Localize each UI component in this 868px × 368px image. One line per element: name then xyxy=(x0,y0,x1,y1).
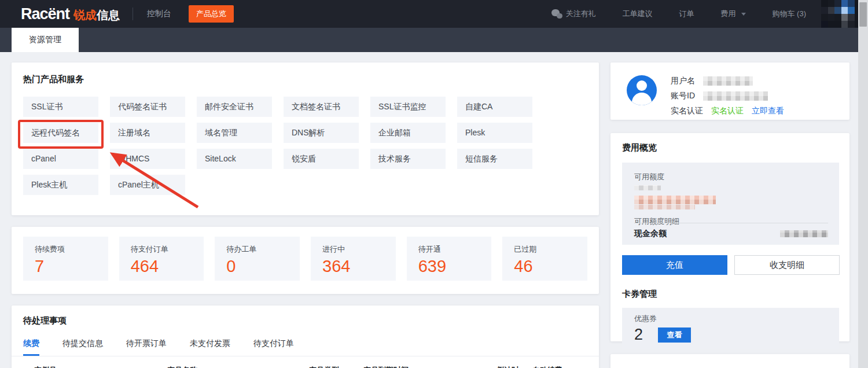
billing-overview-card: 费用概览 可用额度 可用额度明细 现金余额 充值 收支明细 卡券管理 优惠券 2… xyxy=(610,133,849,341)
console-link[interactable]: 控制台 xyxy=(147,9,171,19)
account-id-value-redacted xyxy=(703,91,768,101)
profile-avatar-icon[interactable] xyxy=(627,75,657,105)
topnav-item-cart[interactable]: 购物车 (3) xyxy=(773,9,807,19)
credit-small-redacted xyxy=(634,185,661,190)
stat-card-2[interactable]: 待支付订单464 xyxy=(119,237,204,281)
product-button-19[interactable]: Plesk主机 xyxy=(23,175,98,195)
product-button-2[interactable]: 代码签名证书 xyxy=(110,97,185,117)
stat-card-5[interactable]: 待开通639 xyxy=(407,237,492,281)
todo-tab-5[interactable]: 待支付订单 xyxy=(253,338,294,356)
todo-header-2: 产品名称 xyxy=(167,365,309,368)
todo-header-6: 自动续费 xyxy=(532,365,590,368)
product-button-20[interactable]: cPanel主机 xyxy=(110,175,185,195)
vertical-scrollbar[interactable] xyxy=(858,0,868,368)
wechat-icon xyxy=(551,9,562,19)
stat-label: 待支付订单 xyxy=(131,244,204,255)
page: Racënt 锐成信息 控制台 产品总览 关注有礼工单建议订单费用购物车 (3)… xyxy=(0,0,868,368)
stats-row: 待续费项7待支付订单464待办工单0进行中364待开通639已过期46 xyxy=(23,237,587,281)
todo-header-4: 产品到期时间 xyxy=(363,365,496,368)
product-button-9[interactable]: 域名管理 xyxy=(197,123,272,143)
todo-table-header: 实例号产品名称产品类型产品到期时间倒计时自动续费 xyxy=(12,365,599,368)
stat-card-3[interactable]: 待办工单0 xyxy=(215,237,300,281)
todo-tabs-divider xyxy=(12,356,599,356)
racent-logo[interactable]: Racënt 锐成信息 xyxy=(21,5,120,23)
hot-products-card: 热门产品和服务 SSL证书代码签名证书邮件安全证书文档签名证书SSL证书监控自建… xyxy=(12,62,599,215)
stat-label: 待办工单 xyxy=(226,244,300,255)
billing-panel: 可用额度 可用额度明细 现金余额 xyxy=(622,163,839,245)
topnav-item-follow-gift[interactable]: 关注有礼 xyxy=(551,9,596,19)
product-button-4[interactable]: 文档签名证书 xyxy=(284,97,359,117)
product-button-7[interactable]: 远程代码签名 xyxy=(23,123,98,143)
todo-title: 待处理事项 xyxy=(12,315,599,326)
product-button-6[interactable]: 自建CA xyxy=(457,97,532,117)
credit-amount-redacted xyxy=(634,196,716,204)
coupon-view-button[interactable]: 查看 xyxy=(658,327,691,343)
stat-label: 待开通 xyxy=(418,244,492,255)
stat-card-1[interactable]: 待续费项7 xyxy=(23,237,108,281)
panel-divider xyxy=(634,223,828,223)
secondary-tabstrip: 资源管理 xyxy=(0,28,859,52)
logo-chinese: 锐成信息 xyxy=(73,8,120,23)
account-card: 用户名 账号ID 实名认证 实名认证 立即查看 xyxy=(610,62,849,120)
stat-label: 已过期 xyxy=(514,244,587,255)
todo-header-5: 倒计时 xyxy=(496,365,532,368)
stat-value: 46 xyxy=(514,257,587,276)
topnav-item-billing-menu[interactable]: 费用 xyxy=(721,9,746,19)
scrollbar-thumb[interactable] xyxy=(859,2,867,27)
announcements-card-clipped xyxy=(610,354,849,368)
product-button-15[interactable]: SiteLock xyxy=(197,149,272,169)
stat-card-4[interactable]: 进行中364 xyxy=(311,237,396,281)
product-button-8[interactable]: 注册域名 xyxy=(110,123,185,143)
username-label: 用户名 xyxy=(671,76,695,86)
coupons-title: 卡券管理 xyxy=(622,289,849,300)
product-button-5[interactable]: SSL证书监控 xyxy=(370,97,446,117)
username-value-redacted xyxy=(703,76,753,86)
credit-detail-link[interactable]: 可用额度明细 xyxy=(634,216,828,227)
product-button-12[interactable]: Plesk xyxy=(457,123,532,143)
topnav-item-orders[interactable]: 订单 xyxy=(679,9,694,19)
stat-value: 464 xyxy=(131,257,204,276)
chevron-down-icon xyxy=(741,13,746,16)
stat-card-6[interactable]: 已过期46 xyxy=(502,237,587,281)
product-button-14[interactable]: WHMCS xyxy=(110,149,185,169)
stat-value: 0 xyxy=(226,257,300,276)
tab-resource-management[interactable]: 资源管理 xyxy=(12,28,79,52)
product-button-16[interactable]: 锐安盾 xyxy=(284,149,359,169)
todo-tab-3[interactable]: 待开票订单 xyxy=(126,338,167,356)
statement-button[interactable]: 收支明细 xyxy=(734,255,840,275)
product-button-18[interactable]: 短信服务 xyxy=(457,149,532,169)
stat-value: 639 xyxy=(418,257,492,276)
cash-balance-label: 现金余额 xyxy=(634,229,667,239)
product-button-17[interactable]: 技术服务 xyxy=(370,149,446,169)
stats-card: 待续费项7待支付订单464待办工单0进行中364待开通639已过期46 xyxy=(12,227,599,294)
realname-status-link[interactable]: 实名认证 xyxy=(711,106,744,116)
stat-value: 7 xyxy=(35,257,108,276)
stat-label: 待续费项 xyxy=(35,244,108,255)
product-button-11[interactable]: 企业邮箱 xyxy=(370,123,446,143)
product-button-10[interactable]: DNS解析 xyxy=(284,123,359,143)
topnav-item-ticket-suggest[interactable]: 工单建议 xyxy=(623,9,653,19)
realname-label: 实名认证 xyxy=(671,106,703,116)
todo-tab-1[interactable]: 续费 xyxy=(23,338,39,356)
cash-balance-redacted xyxy=(780,230,828,237)
account-id-label: 账号ID xyxy=(671,91,695,101)
billing-title: 费用概览 xyxy=(622,142,849,153)
view-now-link[interactable]: 立即查看 xyxy=(752,106,784,116)
credit-amount-redacted-2 xyxy=(634,205,695,209)
product-button-1[interactable]: SSL证书 xyxy=(23,97,98,117)
available-credit-label: 可用额度 xyxy=(634,172,828,182)
recharge-button[interactable]: 充值 xyxy=(622,255,727,275)
top-navbar: Racënt 锐成信息 控制台 产品总览 关注有礼工单建议订单费用购物车 (3) xyxy=(0,0,868,28)
product-button-3[interactable]: 邮件安全证书 xyxy=(197,97,272,117)
todo-header-1: 实例号 xyxy=(34,365,167,368)
coupon-count: 2 xyxy=(634,326,643,344)
product-overview-button[interactable]: 产品总览 xyxy=(189,5,234,23)
hot-products-title: 热门产品和服务 xyxy=(23,74,587,85)
product-grid: SSL证书代码签名证书邮件安全证书文档签名证书SSL证书监控自建CA远程代码签名… xyxy=(23,97,587,195)
todo-tab-2[interactable]: 待提交信息 xyxy=(62,338,103,356)
coupons-panel: 优惠券 2 查看 xyxy=(622,308,839,349)
todo-tab-4[interactable]: 未支付发票 xyxy=(190,338,230,356)
todo-tabs: 续费待提交信息待开票订单未支付发票待支付订单 xyxy=(12,338,599,356)
logo-latin: Racënt xyxy=(21,5,69,23)
product-button-13[interactable]: cPanel xyxy=(23,149,98,169)
